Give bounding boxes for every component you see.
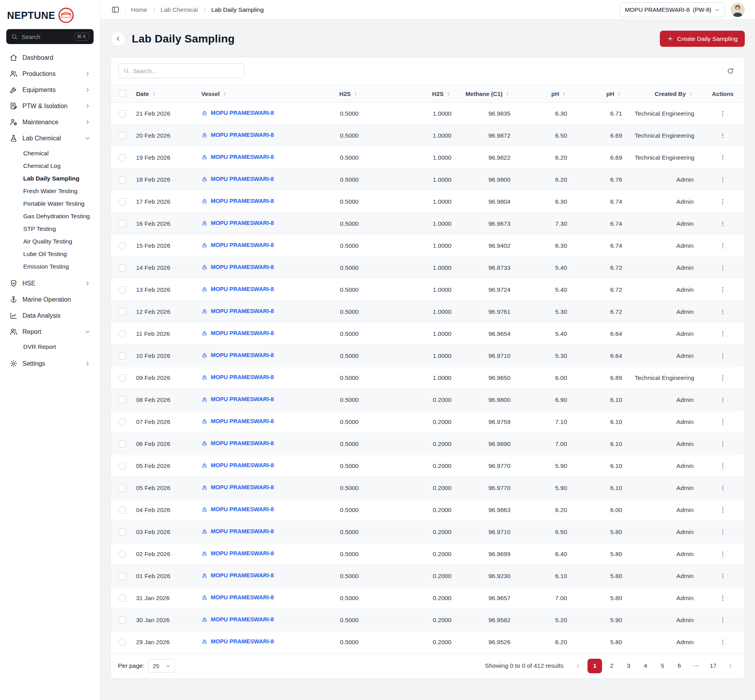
row-actions-button[interactable] — [716, 570, 729, 582]
vessel-link[interactable]: MOPU PRAMESWARI-8 — [201, 550, 274, 556]
vessel-link[interactable]: MOPU PRAMESWARI-8 — [201, 396, 274, 402]
row-checkbox[interactable] — [119, 617, 126, 624]
row-checkbox[interactable] — [119, 242, 126, 249]
refresh-button[interactable] — [723, 64, 737, 78]
vessel-link[interactable]: MOPU PRAMESWARI-8 — [201, 462, 274, 468]
table-search-input[interactable] — [133, 68, 239, 74]
row-checkbox[interactable] — [119, 330, 126, 337]
row-actions-button[interactable] — [716, 504, 729, 516]
vessel-link[interactable]: MOPU PRAMESWARI-8 — [201, 440, 274, 446]
column-header-ph-5[interactable]: pH — [517, 85, 573, 103]
avatar[interactable] — [731, 3, 745, 17]
pagination-page-1[interactable]: 1 — [587, 659, 602, 673]
row-checkbox[interactable] — [119, 132, 126, 139]
select-all-checkbox[interactable] — [119, 90, 126, 97]
row-checkbox[interactable] — [119, 220, 126, 227]
sidebar-item-ptw-isolation[interactable]: PTW & Isolation — [6, 98, 94, 114]
row-actions-button[interactable] — [716, 239, 729, 252]
vessel-link[interactable]: MOPU PRAMESWARI-8 — [201, 286, 274, 292]
sidebar-toggle-button[interactable] — [111, 6, 120, 14]
vessel-link[interactable]: MOPU PRAMESWARI-8 — [201, 506, 274, 512]
pagination-page-5[interactable]: 5 — [655, 659, 670, 673]
row-actions-button[interactable] — [716, 482, 729, 494]
sidebar-subitem-gas-dehydration-testing[interactable]: Gas Dehydration Testing — [6, 210, 94, 223]
pagination-next-button[interactable] — [723, 659, 737, 673]
column-header-date-0[interactable]: Date — [130, 85, 195, 103]
sidebar-item-hse[interactable]: HSE — [6, 275, 94, 291]
sidebar-subitem-fresh-water-testing[interactable]: Fresh Water Testing — [6, 185, 94, 197]
pagination-ellipsis[interactable]: ⋯ — [689, 659, 703, 673]
row-checkbox[interactable] — [119, 154, 126, 161]
row-actions-button[interactable] — [716, 460, 729, 472]
row-actions-button[interactable] — [716, 129, 729, 142]
pagination-page-6[interactable]: 6 — [672, 659, 687, 673]
vessel-link[interactable]: MOPU PRAMESWARI-8 — [201, 594, 274, 601]
vessel-link[interactable]: MOPU PRAMESWARI-8 — [201, 418, 274, 424]
breadcrumb-item-lab-chemical[interactable]: Lab Chemical — [160, 6, 198, 13]
vessel-link[interactable]: MOPU PRAMESWARI-8 — [201, 198, 274, 204]
row-actions-button[interactable] — [716, 636, 729, 648]
vessel-link[interactable]: MOPU PRAMESWARI-8 — [201, 176, 274, 182]
row-checkbox[interactable] — [119, 529, 126, 536]
row-actions-button[interactable] — [716, 592, 729, 604]
vessel-link[interactable]: MOPU PRAMESWARI-8 — [201, 484, 274, 490]
column-header-h2s-3[interactable]: H2S — [365, 85, 458, 103]
column-header-ph-6[interactable]: pH — [573, 85, 628, 103]
breadcrumb-item-lab-daily-sampling[interactable]: Lab Daily Sampling — [211, 6, 264, 13]
row-actions-button[interactable] — [716, 151, 729, 164]
vessel-link[interactable]: MOPU PRAMESWARI-8 — [201, 572, 274, 578]
row-checkbox[interactable] — [119, 551, 126, 558]
row-actions-button[interactable] — [716, 526, 729, 538]
row-checkbox[interactable] — [119, 110, 126, 117]
vessel-link[interactable]: MOPU PRAMESWARI-8 — [201, 242, 274, 248]
row-actions-button[interactable] — [716, 217, 729, 230]
row-actions-button[interactable] — [716, 107, 729, 120]
row-checkbox[interactable] — [119, 573, 126, 580]
vessel-link[interactable]: MOPU PRAMESWARI-8 — [201, 264, 274, 270]
sidebar-item-marine-operation[interactable]: Marine Operation — [6, 291, 94, 308]
pagination-page-2[interactable]: 2 — [604, 659, 619, 673]
vessel-link[interactable]: MOPU PRAMESWARI-8 — [201, 616, 274, 623]
row-checkbox[interactable] — [119, 418, 126, 426]
sidebar-subitem-dvr-report[interactable]: DVR Report — [6, 341, 94, 353]
row-checkbox[interactable] — [119, 595, 126, 602]
sidebar-item-dashboard[interactable]: Dashboard — [6, 50, 94, 66]
row-actions-button[interactable] — [716, 195, 729, 208]
sidebar-subitem-chemical-log[interactable]: Chemical Log — [6, 160, 94, 172]
breadcrumb-item-home[interactable]: Home — [131, 6, 147, 13]
pagination-page-3[interactable]: 3 — [621, 659, 636, 673]
vessel-link[interactable]: MOPU PRAMESWARI-8 — [201, 352, 274, 358]
row-actions-button[interactable] — [716, 394, 729, 406]
pagination-page-17[interactable]: 17 — [706, 659, 720, 673]
column-header-created-by-7[interactable]: Created By — [628, 85, 700, 103]
vessel-link[interactable]: MOPU PRAMESWARI-8 — [201, 154, 274, 160]
row-checkbox[interactable] — [119, 374, 126, 381]
row-actions-button[interactable] — [716, 306, 729, 318]
row-checkbox[interactable] — [119, 198, 126, 205]
vessel-selector[interactable]: MOPU PRAMESWARI-8 (PW-8) — [620, 2, 725, 17]
row-checkbox[interactable] — [119, 308, 126, 315]
row-actions-button[interactable] — [716, 350, 729, 362]
vessel-link[interactable]: MOPU PRAMESWARI-8 — [201, 110, 274, 116]
row-checkbox[interactable] — [119, 176, 126, 183]
row-checkbox[interactable] — [119, 264, 126, 271]
back-button[interactable] — [110, 31, 125, 46]
row-actions-button[interactable] — [716, 262, 729, 274]
row-checkbox[interactable] — [119, 639, 126, 646]
row-actions-button[interactable] — [716, 372, 729, 384]
sidebar-item-equipments[interactable]: Equipments — [6, 82, 94, 98]
row-checkbox[interactable] — [119, 286, 126, 293]
column-header-methane-c1-4[interactable]: Methane (C1) — [458, 85, 517, 103]
sidebar-subitem-lab-daily-sampling[interactable]: Lab Daily Sampling — [6, 172, 94, 185]
vessel-link[interactable]: MOPU PRAMESWARI-8 — [201, 132, 274, 138]
sidebar-item-maintenance[interactable]: Maintenance — [6, 114, 94, 130]
sidebar-item-data-analysis[interactable]: Data Analysis — [6, 308, 94, 324]
row-actions-button[interactable] — [716, 284, 729, 296]
row-actions-button[interactable] — [716, 173, 729, 186]
row-checkbox[interactable] — [119, 352, 126, 359]
column-header-h2s-2[interactable]: H2S — [313, 85, 365, 103]
vessel-link[interactable]: MOPU PRAMESWARI-8 — [201, 638, 274, 645]
column-header-vessel-1[interactable]: Vessel — [195, 85, 313, 103]
pagination-page-4[interactable]: 4 — [638, 659, 653, 673]
row-actions-button[interactable] — [716, 328, 729, 340]
